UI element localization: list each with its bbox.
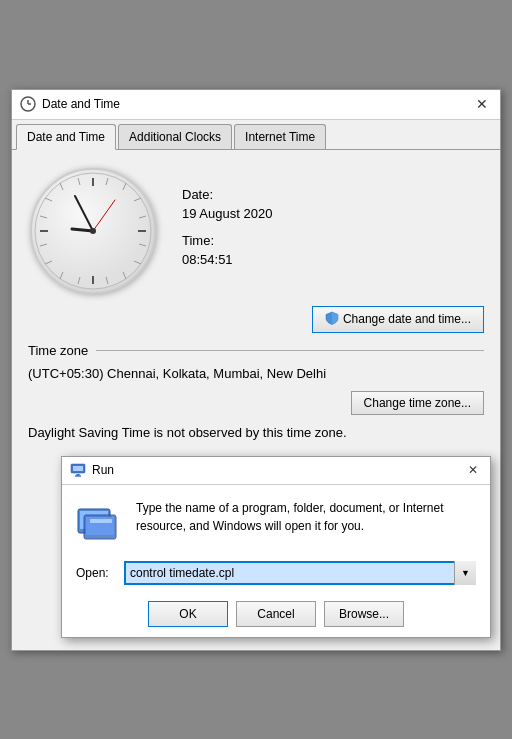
date-value: 19 August 2020 bbox=[182, 206, 272, 221]
tab-date-time[interactable]: Date and Time bbox=[16, 124, 116, 150]
section-divider bbox=[96, 350, 484, 351]
run-dialog: Run ✕ bbox=[61, 456, 491, 638]
date-label: Date: bbox=[182, 187, 272, 202]
timezone-value: (UTC+05:30) Chennai, Kolkata, Mumbai, Ne… bbox=[28, 366, 484, 381]
shield-icon bbox=[325, 311, 339, 328]
date-time-info: Date: 19 August 2020 Time: 08:54:51 bbox=[182, 187, 272, 275]
clock-section: Date: 19 August 2020 Time: 08:54:51 bbox=[28, 166, 484, 296]
run-input-wrapper: ▼ bbox=[124, 561, 476, 585]
analog-clock bbox=[28, 166, 158, 296]
title-bar-left: Date and Time bbox=[20, 96, 120, 112]
timezone-section-label: Time zone bbox=[28, 343, 88, 358]
title-bar: Date and Time ✕ bbox=[12, 90, 500, 120]
run-icon-row: Type the name of a program, folder, docu… bbox=[76, 499, 476, 547]
tab-internet-time[interactable]: Internet Time bbox=[234, 124, 326, 149]
run-close-button[interactable]: ✕ bbox=[464, 461, 482, 479]
tabs-bar: Date and Time Additional Clocks Internet… bbox=[12, 120, 500, 150]
time-label: Time: bbox=[182, 233, 272, 248]
run-open-row: Open: ▼ bbox=[76, 561, 476, 585]
window-title: Date and Time bbox=[42, 97, 120, 111]
run-dialog-body: Type the name of a program, folder, docu… bbox=[62, 485, 490, 637]
window-icon bbox=[20, 96, 36, 112]
run-program-icon bbox=[76, 499, 124, 547]
run-dialog-title: Run bbox=[92, 463, 114, 477]
change-timezone-button[interactable]: Change time zone... bbox=[351, 391, 484, 415]
run-title-bar: Run ✕ bbox=[62, 457, 490, 485]
run-dialog-icon bbox=[70, 461, 86, 480]
window-close-button[interactable]: ✕ bbox=[472, 94, 492, 114]
run-cancel-button[interactable]: Cancel bbox=[236, 601, 316, 627]
tab-content-date-time: Date: 19 August 2020 Time: 08:54:51 Chan… bbox=[12, 150, 500, 650]
tab-additional-clocks[interactable]: Additional Clocks bbox=[118, 124, 232, 149]
svg-point-28 bbox=[90, 228, 96, 234]
svg-rect-30 bbox=[73, 466, 83, 471]
date-time-window: Date and Time ✕ Date and Time Additional… bbox=[11, 89, 501, 651]
time-value: 08:54:51 bbox=[182, 252, 272, 267]
change-datetime-button[interactable]: Change date and time... bbox=[312, 306, 484, 333]
run-input-dropdown[interactable]: ▼ bbox=[454, 561, 476, 585]
change-datetime-label: Change date and time... bbox=[343, 312, 471, 326]
change-datetime-row: Change date and time... bbox=[28, 306, 484, 333]
run-input[interactable] bbox=[124, 561, 476, 585]
svg-line-25 bbox=[72, 229, 93, 231]
timezone-section-header: Time zone bbox=[28, 343, 484, 358]
run-description: Type the name of a program, folder, docu… bbox=[136, 499, 476, 535]
run-dialog-buttons: OK Cancel Browse... bbox=[76, 597, 476, 627]
run-ok-button[interactable]: OK bbox=[148, 601, 228, 627]
svg-rect-37 bbox=[90, 519, 112, 523]
dst-note: Daylight Saving Time is not observed by … bbox=[28, 425, 484, 440]
run-title-left: Run bbox=[70, 461, 114, 480]
run-browse-button[interactable]: Browse... bbox=[324, 601, 404, 627]
run-open-label: Open: bbox=[76, 566, 116, 580]
